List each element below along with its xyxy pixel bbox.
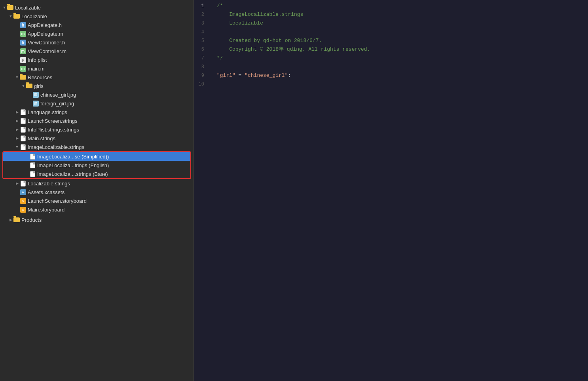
expand-arrow — [8, 217, 13, 223]
code-text[interactable]: /* ImageLocalizable.strings Localizable … — [214, 2, 588, 379]
sidebar-item-label: AppDelegate.h — [28, 22, 62, 28]
sidebar-item-assets-xcassets[interactable]: A Assets.xcassets — [0, 188, 193, 196]
sidebar-item-localizable-strings2[interactable]: Localizable.strings — [0, 179, 193, 188]
sidebar-item-label: Main.strings — [28, 135, 55, 141]
sidebar-item-label: ImageLocalizable.strings — [28, 144, 84, 150]
expand-arrow — [14, 74, 20, 80]
sidebar-item-label: Localizable.strings — [28, 181, 70, 187]
line-number-8: 8 — [194, 63, 209, 71]
folder-icon — [7, 4, 13, 11]
expand-arrow — [8, 13, 13, 19]
sidebar-item-label: Assets.xcassets — [28, 189, 64, 195]
m-file-icon: m — [20, 48, 26, 54]
folder-icon — [20, 74, 26, 80]
file-navigator: Localizable Localizable h AppDelegate.h … — [0, 0, 194, 381]
strings-icon — [20, 126, 26, 133]
code-content-area: 1 2 3 4 5 6 7 8 9 10 /* ImageLocalizable… — [194, 0, 588, 381]
sidebar-item-imagelocaliza-simplified[interactable]: ImageLocaliza...se (Simplified)) — [3, 152, 190, 161]
sidebar-item-viewcontroller-m[interactable]: m ViewController.m — [0, 47, 193, 55]
folder-icon — [26, 83, 32, 89]
strings-icon — [20, 109, 26, 115]
sidebar-item-localizable-group[interactable]: Localizable — [0, 12, 193, 21]
sidebar-item-info-plist[interactable]: p Info.plist — [0, 55, 193, 64]
sidebar-item-label: Resources — [28, 74, 52, 80]
code-line-5: Created by qd-hxt on 2018/6/7. — [217, 36, 588, 45]
sidebar-item-viewcontroller-h[interactable]: h ViewController.h — [0, 38, 193, 47]
line-number-10: 10 — [194, 80, 209, 89]
sidebar-item-label: Language.strings — [28, 109, 67, 115]
sidebar-item-label: AppDelegate.m — [28, 31, 63, 37]
image-icon: 🖼 — [32, 91, 39, 98]
sidebar-item-label: InfoPlist.strings.strings — [28, 127, 79, 133]
strings-icon — [29, 153, 36, 160]
code-line-1: /* — [217, 2, 588, 10]
sidebar-item-imagelocaliza-base[interactable]: ImageLocaliza....strings (Base) — [3, 170, 190, 178]
line-number-6: 6 — [194, 45, 209, 54]
strings-icon — [20, 135, 26, 141]
sidebar-item-imagelocalizable-strings[interactable]: ImageLocalizable.strings — [0, 143, 193, 151]
sidebar-item-infoplist-strings[interactable]: InfoPlist.strings.strings — [0, 125, 193, 134]
folder-icon — [13, 13, 20, 19]
line-number-2: 2 — [194, 10, 209, 19]
sidebar-item-foreign-girl[interactable]: 🖼 foreign_girl.jpg — [0, 99, 193, 108]
sidebar-item-appdelegate-m[interactable]: m AppDelegate.m — [0, 29, 193, 38]
expand-arrow — [14, 181, 20, 186]
sidebar-item-label: foreign_girl.jpg — [40, 101, 74, 107]
sidebar-item-label: Info.plist — [28, 57, 47, 63]
sidebar-item-label: ImageLocaliza...se (Simplified)) — [37, 154, 109, 160]
sidebar-item-launchscreen-strings[interactable]: LaunchScreen.strings — [0, 116, 193, 125]
image-icon: 🖼 — [32, 100, 39, 107]
code-line-4 — [217, 28, 588, 36]
sidebar-item-resources[interactable]: Resources — [0, 73, 193, 82]
sidebar-item-label: ViewController.m — [28, 48, 66, 54]
h-file-icon: h — [20, 22, 26, 28]
sidebar-item-label: ViewController.h — [28, 40, 65, 46]
expand-arrow — [14, 144, 20, 150]
code-line-2: ImageLocalizable.strings — [217, 10, 588, 19]
sidebar-item-main-m[interactable]: m main.m — [0, 64, 193, 73]
line-number-5: 5 — [194, 36, 209, 45]
sidebar-item-imagelocaliza-english[interactable]: ImageLocaliza...trings (English) — [3, 161, 190, 170]
sidebar-item-language-strings[interactable]: Language.strings — [0, 108, 193, 116]
sidebar-item-girls[interactable]: girls — [0, 82, 193, 90]
sidebar-item-label: chinese_girl.jpg — [40, 92, 76, 98]
expand-arrow — [14, 118, 20, 124]
expand-arrow — [14, 109, 20, 115]
sidebar-item-launchscreen-storyboard[interactable]: S LaunchScreen.storyboard — [0, 196, 193, 205]
strings-icon — [20, 118, 26, 124]
line-number-9: 9 — [194, 71, 209, 80]
line-number-7: 7 — [194, 54, 209, 63]
code-line-3: Localizable — [217, 19, 588, 28]
code-line-8 — [217, 63, 588, 71]
folder-icon — [13, 217, 20, 223]
code-line-10 — [217, 80, 588, 89]
m-file-icon: m — [20, 65, 26, 72]
storyboard-icon: S — [20, 198, 26, 204]
sidebar-item-label: LaunchScreen.strings — [28, 118, 78, 124]
line-number-4: 4 — [194, 28, 209, 36]
sidebar-item-label: girls — [34, 83, 44, 89]
code-editor: 1 2 3 4 5 6 7 8 9 10 /* ImageLocalizable… — [194, 0, 588, 381]
h-file-icon: h — [20, 39, 26, 46]
expand-arrow — [14, 135, 20, 141]
sidebar-item-label: Products — [21, 217, 42, 223]
line-number-1: 1 — [194, 2, 209, 10]
expand-arrow — [14, 127, 20, 132]
sidebar-item-label: Main.storyboard — [28, 207, 64, 213]
red-selection-outline: ImageLocaliza...se (Simplified)) ImageLo… — [2, 151, 191, 179]
line-number-3: 3 — [194, 19, 209, 28]
sidebar-item-label: Localizable — [21, 13, 47, 19]
strings-icon — [20, 144, 26, 150]
sidebar-item-products[interactable]: Products — [0, 215, 193, 224]
sidebar-item-chinese-girl[interactable]: 🖼 chinese_girl.jpg — [0, 90, 193, 99]
sidebar-item-label: ImageLocaliza....strings (Base) — [37, 171, 108, 177]
sidebar-item-appdelegate-h[interactable]: h AppDelegate.h — [0, 21, 193, 29]
sidebar-item-label: LaunchScreen.storyboard — [28, 198, 87, 204]
line-numbers: 1 2 3 4 5 6 7 8 9 10 — [194, 2, 214, 379]
sidebar-item-main-storyboard[interactable]: S Main.storyboard — [0, 205, 193, 214]
sidebar-item-main-strings[interactable]: Main.strings — [0, 134, 193, 143]
plist-icon: p — [20, 57, 26, 63]
code-line-6: Copyright © 2018年 qding. All rights rese… — [217, 45, 588, 54]
xcassets-icon: A — [20, 189, 26, 195]
sidebar-item-localizable-root[interactable]: Localizable — [0, 3, 193, 12]
